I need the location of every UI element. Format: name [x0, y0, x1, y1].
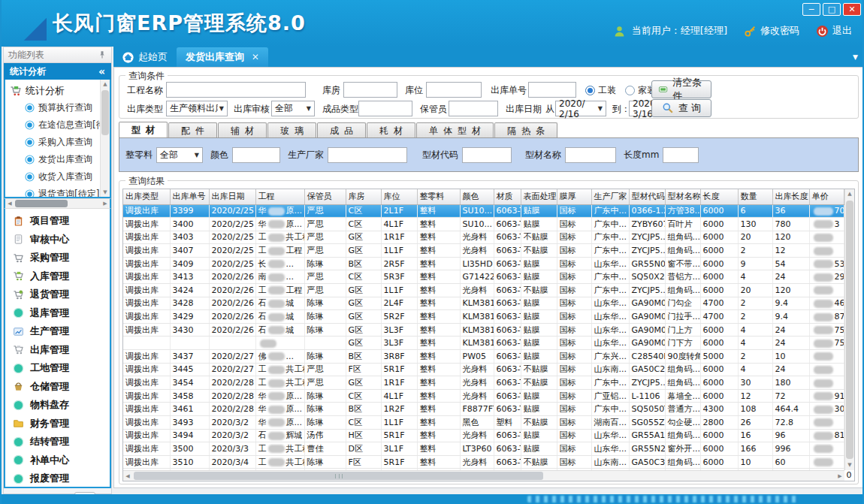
table-row[interactable]: 调拨出库34302020/2/26石城陈琳G区3L3F整料KLM38176063… [123, 323, 855, 337]
tree-horizontal-scrollbar[interactable]: ◀ ▶ [4, 198, 111, 209]
search-button[interactable]: 查 询 [651, 99, 711, 117]
sidebar-item-退库管理[interactable]: 退库管理 [5, 304, 110, 323]
tree-vertical-scrollbar[interactable]: ▲ ▼ [100, 80, 110, 197]
tree-item[interactable]: 在途信息查询[待 [10, 116, 108, 134]
minimize-button[interactable]: ─ [802, 3, 820, 16]
audit-select[interactable]: 全部▼ [271, 101, 315, 116]
tab-close-icon[interactable]: ✕ [252, 52, 259, 62]
scroll-up-icon[interactable]: ▲ [101, 80, 110, 89]
column-header-date[interactable]: 出库日期 [209, 189, 255, 204]
scroll-right-icon[interactable]: ▶ [101, 199, 110, 208]
tab-outbound-query[interactable]: 发货出库查询 ✕ [177, 47, 268, 67]
table-row[interactable]: 调拨出库34282020/2/26石城陈琳G区2L4F整料KLM38176063… [123, 297, 855, 310]
column-header-loc[interactable]: 库位 [381, 189, 417, 204]
column-header-type[interactable]: 出库类型 [123, 189, 170, 204]
product-type-input[interactable] [358, 101, 412, 116]
table-row[interactable]: 调拨出库34002020/2/25华原...严思C区4L1F整料SU10...6… [123, 218, 855, 231]
column-header-len[interactable]: 长度 [700, 189, 738, 204]
date-from-select[interactable]: 2020/ 2/16▼ [555, 101, 606, 116]
column-header-wh[interactable]: 库房 [346, 189, 381, 204]
sidebar-item-财务管理[interactable]: 财务管理 [5, 415, 110, 433]
table-row[interactable]: 调拨出库34452020/2/27工共工程严思F区5R1F整料光身料6063-T… [123, 363, 855, 376]
material-tab-型材[interactable]: 型材 [119, 122, 168, 138]
material-tab-成品[interactable]: 成品 [317, 122, 366, 138]
scroll-thumb[interactable] [846, 201, 853, 459]
location-input[interactable] [426, 82, 482, 98]
column-header-col[interactable]: 颜色 [460, 189, 494, 204]
table-row[interactable]: G区3L3F整料KLM38176063-T5贴膜国标山东华...GA90M09.… [123, 337, 855, 350]
scroll-down-icon[interactable]: ▼ [101, 188, 110, 197]
length-input[interactable] [663, 147, 699, 163]
sidebar-item-入库管理[interactable]: 入库管理 [5, 267, 110, 286]
sidebar-item-仓储管理[interactable]: 仓储管理 [5, 378, 110, 397]
sidebar-item-生产管理[interactable]: 生产管理 [5, 322, 110, 341]
change-password-button[interactable]: 修改密码 [744, 24, 799, 38]
material-tab-辅材[interactable]: 辅材 [218, 122, 267, 138]
scroll-left-icon[interactable]: ◀ [123, 472, 132, 481]
column-header-proj[interactable]: 工程 [255, 189, 304, 204]
radio-jiazhuang[interactable] [625, 86, 635, 95]
table-row[interactable]: 调拨出库34092020/2/25长...陈琳B区2R5F整料LI35HD606… [123, 257, 855, 270]
table-row[interactable]: 调拨出库35102020/3/4工共工程陈琳F区5R1F整料光身料6063-T5… [123, 455, 855, 469]
scroll-down-icon[interactable]: ▼ [845, 460, 854, 470]
table-row[interactable]: 调拨出库34292020/2/26石城陈琳G区5R2F整料KLM38176063… [123, 310, 855, 324]
table-row[interactable]: 调拨出库34242020/2/26工工程严思G区1L1F整料光身料6063-T5… [123, 284, 855, 297]
scroll-thumb[interactable] [134, 472, 543, 480]
profile-code-input[interactable] [462, 147, 512, 163]
table-row[interactable]: 调拨出库34372020/2/27佛...陈琳B区3R8F整料PW056063-… [123, 350, 855, 364]
outbound-type-select[interactable]: 生产领料出库▼ [166, 101, 228, 116]
scroll-left-icon[interactable]: ◀ [5, 199, 14, 208]
sidebar-item-结转管理[interactable]: 结转管理 [5, 433, 110, 451]
material-tab-耗材[interactable]: 耗材 [367, 122, 415, 138]
tree-item[interactable]: 采购入库查询 [10, 134, 108, 151]
table-row[interactable]: 调拨出库34132020/2/26南...严思C区5R3F整料G71422606… [123, 270, 855, 284]
sidebar-item-采购管理[interactable]: 采购管理 [5, 249, 110, 267]
sidebar-item-出库管理[interactable]: 出库管理 [5, 341, 110, 360]
logout-button[interactable]: 退出 [816, 24, 852, 38]
column-header-film[interactable]: 膜厚 [557, 189, 591, 204]
color-input[interactable] [232, 147, 280, 163]
column-header-qty[interactable]: 数量 [738, 189, 772, 204]
tab-overflow-icon[interactable]: ▼ [853, 53, 858, 61]
table-row[interactable]: 调拨出库34582020/2/28华原...陈琳C区4L1F整料光身料6063-… [123, 389, 855, 403]
table-row[interactable]: 调拨出库34942020/3/2石辉城汤伟H区5R1F整料光身料6063-T5贴… [123, 429, 855, 442]
column-header-mat[interactable]: 材质 [494, 189, 521, 204]
table-row[interactable]: 调拨出库34072020/2/25工工程严思G区1L1F整料光身料6063-T5… [123, 244, 855, 258]
manufacturer-input[interactable] [328, 147, 407, 163]
tree-item[interactable]: 发货出库查询 [10, 151, 108, 168]
tab-home[interactable]: 起始页 [113, 47, 177, 67]
material-tab-玻璃[interactable]: 玻璃 [267, 122, 316, 138]
table-row[interactable]: 调拨出库35002020/3/3工共工程曹佳D区3L1F整料LT3P606063… [123, 442, 855, 456]
column-header-kp[interactable]: 保管员 [304, 189, 346, 204]
column-header-surf[interactable]: 表面处理 [521, 189, 557, 204]
sidebar-item-报废管理[interactable]: 报废管理 [5, 469, 110, 488]
grid-horizontal-scrollbar[interactable]: ◀ ▶ [123, 470, 844, 481]
table-row[interactable]: 调拨出库34542020/2/28工共工程严思G区1R1F整料光身料6063-T… [123, 376, 855, 390]
order-no-input[interactable] [528, 82, 576, 98]
tree-item[interactable]: 预算执行查询 [10, 99, 108, 116]
keeper-input[interactable] [449, 101, 498, 116]
table-row[interactable]: 调拨出库34932020/3/2华原...陈琳C区1L1F整料黑色塑料不贴膜国标… [123, 416, 855, 430]
table-row[interactable]: 调拨出库33992020/2/25华原...严思C区2L1F整料SU10...6… [123, 204, 855, 218]
grid-vertical-scrollbar[interactable]: ▲ ▼ [844, 189, 854, 470]
column-header-zl[interactable]: 整零料 [417, 189, 460, 204]
tree-item[interactable]: 收货入库查询 [10, 168, 108, 186]
table-row[interactable]: 调拨出库34612020/2/28华原...陈琳B区1R2F整料F8877FT6… [123, 403, 855, 416]
close-button[interactable]: ✕ [843, 3, 861, 16]
whole-piece-select[interactable]: 全部▼ [156, 147, 203, 163]
scroll-right-icon[interactable]: ▶ [835, 472, 844, 481]
material-tab-单体型材[interactable]: 单体型材 [416, 122, 494, 138]
sidebar-item-工地管理[interactable]: 工地管理 [5, 359, 110, 378]
column-header-olen[interactable]: 出库长度 [772, 189, 809, 204]
sidebar-item-审核中心[interactable]: 审核中心 [5, 231, 110, 249]
tree-item[interactable]: 退货查询[待定] [10, 186, 108, 198]
column-header-name[interactable]: 型材名称 [665, 189, 700, 204]
table-row[interactable]: 调拨出库34032020/2/25工共工程严思G区1R1F整料光身料6063-T… [123, 231, 855, 244]
pin-icon[interactable] [98, 50, 107, 59]
profile-name-input[interactable] [565, 147, 616, 163]
sidebar-item-补单中心[interactable]: 补单中心 [5, 451, 110, 470]
maximize-button[interactable]: □ [823, 3, 841, 16]
scroll-thumb[interactable] [15, 200, 68, 207]
column-header-price[interactable]: 单价 [809, 189, 844, 204]
project-name-input[interactable] [166, 82, 306, 98]
